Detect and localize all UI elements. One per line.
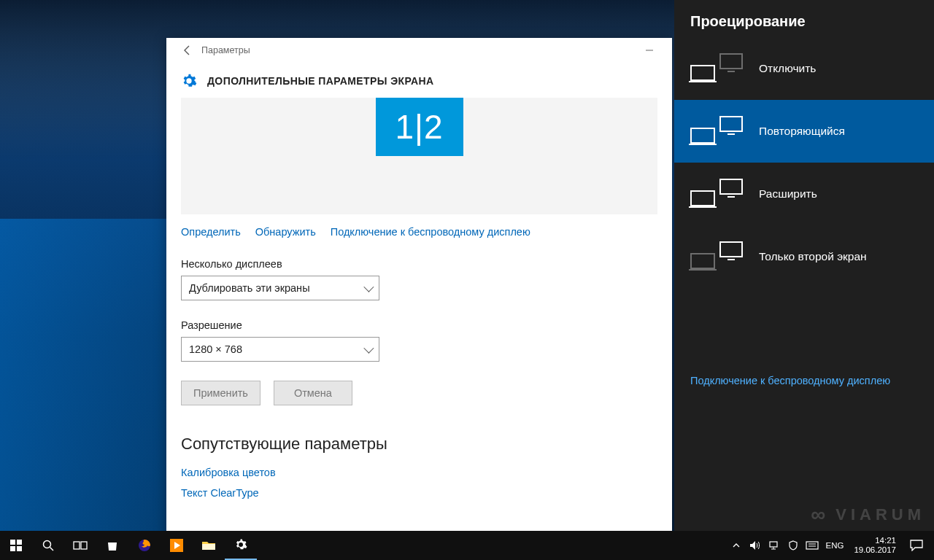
svg-rect-2 [17,540,22,545]
svg-point-5 [44,541,51,548]
project-wireless-link[interactable]: Подключение к беспроводному дисплею [674,362,934,400]
second-only-icon [690,241,743,272]
svg-rect-7 [74,542,80,549]
start-button[interactable] [0,531,32,560]
color-calibration-link[interactable]: Калибровка цветов [181,467,657,478]
action-center-button[interactable] [902,531,931,560]
project-panel-title: Проецирование [674,0,934,37]
watermark-text: VIARUM [835,505,925,524]
search-button[interactable] [32,531,64,560]
svg-rect-4 [17,546,22,551]
minimize-button[interactable] [634,38,665,62]
project-option-second-only[interactable]: Только второй экран [674,225,934,288]
page-header: ДОПОЛНИТЕЛЬНЫЕ ПАРАМЕТРЫ ЭКРАНА [166,63,672,98]
svg-rect-16 [806,542,818,549]
svg-rect-3 [10,546,15,551]
tray-defender-icon[interactable] [784,531,803,560]
multiple-displays-dropdown[interactable]: Дублировать эти экраны [181,276,379,300]
taskbar-app-explorer[interactable] [193,531,225,560]
settings-content: 1|2 Определить Обнаружить Подключение к … [166,98,672,550]
settings-window: Параметры ДОПОЛНИТЕЛЬНЫЕ ПАРАМЕТРЫ ЭКРАН… [166,38,672,550]
project-option-label: Только второй экран [759,250,867,263]
related-settings-title: Сопутствующие параметры [181,435,657,454]
resolution-dropdown[interactable]: 934 × 560 [181,337,379,362]
detect-link[interactable]: Обнаружить [255,226,316,238]
identify-link[interactable]: Определить [181,226,241,238]
taskbar-app-settings[interactable] [225,531,257,560]
project-option-duplicate[interactable]: Повторяющийся [674,100,934,163]
resolution-label: Разрешение [181,319,657,331]
disconnect-icon [690,53,743,84]
svg-rect-8 [81,542,87,549]
taskbar-app-firefox[interactable] [128,531,161,560]
tray-volume-icon[interactable] [746,531,765,560]
duplicate-icon [690,116,743,147]
tray-keyboard-icon[interactable] [803,531,822,560]
multiple-displays-value: Дублировать эти экраны [189,282,310,294]
project-panel: Проецирование Отключить Повторяющийся Ра… [674,0,934,531]
chevron-down-icon [363,282,374,292]
tray-chevron-up-icon[interactable] [727,531,746,560]
project-options-list: Отключить Повторяющийся Расширить Только… [674,37,934,288]
project-option-label: Повторяющийся [759,125,845,138]
project-option-disconnect[interactable]: Отключить [674,37,934,100]
taskbar-app-media[interactable] [161,531,193,560]
tray-date: 19.06.2017 [854,545,896,555]
gear-icon [181,73,197,89]
resolution-value: 934 × 560 [189,343,242,355]
tray-language[interactable]: ENG [822,541,849,550]
chevron-down-icon [363,343,374,354]
cancel-button[interactable]: Отмена [274,381,352,405]
back-button[interactable] [174,38,201,62]
project-option-extend[interactable]: Расширить [674,163,934,225]
watermark: ∞ VIARUM [811,503,925,526]
display-tile[interactable]: 1|2 [376,98,463,156]
window-title: Параметры [201,45,250,55]
cleartype-link[interactable]: Текст ClearType [181,487,657,499]
multiple-displays-label: Несколько дисплеев [181,258,657,270]
apply-button[interactable]: Применить [181,381,260,405]
svg-rect-1 [10,540,15,545]
svg-rect-12 [202,544,215,550]
taskbar: ENG 14:21 19.06.2017 [0,531,934,560]
page-title: ДОПОЛНИТЕЛЬНЫЕ ПАРАМЕТРЫ ЭКРАНА [207,75,434,87]
display-tile-label: 1|2 [395,107,443,147]
display-preview-area: 1|2 [181,98,657,214]
svg-rect-13 [770,542,777,547]
window-titlebar[interactable]: Параметры [166,38,672,63]
project-option-label: Расширить [759,187,817,201]
taskbar-app-store[interactable] [96,531,128,560]
tray-time: 14:21 [854,536,896,545]
tray-network-icon[interactable] [765,531,784,560]
svg-line-6 [50,548,54,551]
connect-wireless-link[interactable]: Подключение к беспроводному дисплею [331,226,530,238]
task-view-button[interactable] [64,531,96,560]
extend-icon [690,179,743,209]
tray-clock[interactable]: 14:21 19.06.2017 [848,536,902,555]
project-option-label: Отключить [759,62,816,75]
